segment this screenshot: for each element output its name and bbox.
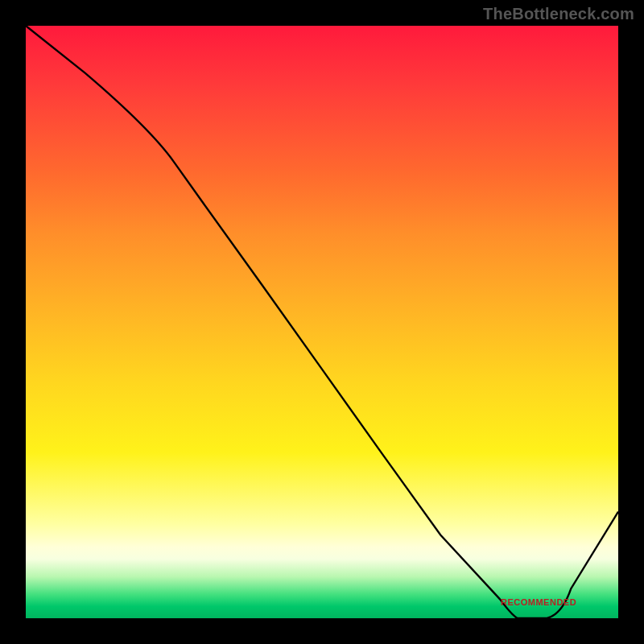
plot-area: RECOMMENDED <box>24 24 620 620</box>
line-overlay <box>26 26 618 618</box>
chart-container: TheBottleneck.com RECOMMENDED <box>0 0 644 644</box>
watermark-text: TheBottleneck.com <box>483 5 634 23</box>
bottleneck-curve-path <box>26 26 618 618</box>
recommended-label: RECOMMENDED <box>501 597 576 607</box>
